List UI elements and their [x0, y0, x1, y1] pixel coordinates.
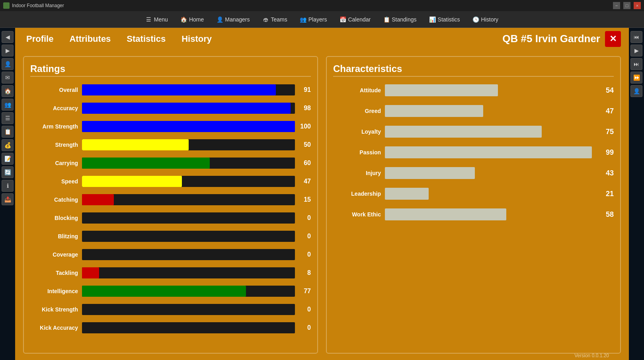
tab-header-left: Profile Attributes Statistics History [23, 32, 215, 46]
menu-icon-history: 🕓 [473, 16, 479, 23]
char-label: Leadership [333, 191, 385, 197]
tab-history[interactable]: History [178, 32, 215, 46]
close-button[interactable]: × [634, 2, 641, 9]
char-value: 58 [594, 210, 614, 219]
char-bar [385, 126, 542, 138]
stat-bar [82, 121, 295, 132]
menu-item-statistics[interactable]: 📊Statistics [424, 14, 466, 25]
stat-row: Overall91 [30, 82, 311, 97]
sidebar-btn-home[interactable]: 🏠 [2, 85, 14, 97]
menu-icon-home: 🏠 [181, 16, 187, 23]
menu-item-calendar[interactable]: 📅Calendar [334, 14, 376, 25]
menu-bar: ☰Menu🏠Home👤Managers🏟Teams👥Players📅Calend… [0, 11, 644, 28]
stat-bar-container [82, 231, 295, 242]
char-row: Passion99 [333, 144, 614, 160]
stat-value: 0 [295, 233, 311, 240]
sidebar-btn-back[interactable]: ◀ [2, 31, 14, 43]
sidebar-btn-profile[interactable]: 👤 [2, 58, 14, 70]
characteristics-title: Characteristics [333, 63, 614, 77]
stat-value: 47 [295, 178, 311, 185]
stat-value: 50 [295, 141, 311, 148]
panel-close-button[interactable]: ✕ [605, 31, 621, 47]
char-bar [385, 208, 506, 220]
stat-bar [82, 194, 114, 205]
stat-label: Strength [30, 142, 82, 148]
char-label: Injury [333, 170, 385, 176]
sidebar-btn-refresh[interactable]: 🔄 [2, 166, 14, 178]
sidebar-btn-report[interactable]: 📋 [2, 126, 14, 138]
tab-statistics[interactable]: Statistics [123, 32, 169, 46]
char-bar-container [385, 167, 594, 179]
menu-icon-teams: 🏟 [263, 16, 269, 23]
char-bar-container [385, 146, 594, 158]
menu-item-home[interactable]: 🏠Home [175, 14, 209, 25]
menu-label-teams: Teams [271, 16, 287, 23]
sidebar-btn-fast[interactable]: ⏩ [630, 72, 642, 84]
char-bar-container [385, 84, 594, 96]
sidebar-btn-mail[interactable]: ✉ [2, 72, 14, 84]
char-value: 47 [594, 107, 614, 115]
tab-attributes[interactable]: Attributes [66, 32, 114, 46]
title-bar-left: Indoor Football Manager [3, 2, 64, 9]
stat-bar-container [82, 176, 295, 187]
stat-label: Arm Strength [30, 123, 82, 130]
char-bar [385, 105, 483, 117]
char-bar [385, 167, 475, 179]
menu-item-standings[interactable]: 📋Standings [378, 14, 422, 25]
stat-label: Overall [30, 87, 82, 93]
player-title: QB #5 Irvin Gardner ✕ [502, 31, 621, 47]
stat-bar [82, 176, 182, 187]
char-row: Attitude54 [333, 82, 614, 98]
char-value: 21 [594, 190, 614, 198]
char-value: 75 [594, 128, 614, 136]
stat-value: 77 [295, 288, 311, 295]
char-rows: Attitude54Greed47Loyalty75Passion99Injur… [333, 82, 614, 222]
sidebar-btn-list[interactable]: ☰ [2, 112, 14, 124]
stat-row: Kick Accuracy0 [30, 320, 311, 335]
menu-icon-menu: ☰ [146, 16, 152, 23]
stat-bar [82, 158, 210, 169]
char-label: Passion [333, 149, 385, 156]
ratings-panel: Ratings Overall91Accuracy98Arm Strength1… [23, 56, 318, 354]
stat-row: Strength50 [30, 137, 311, 152]
maximize-button[interactable]: □ [623, 2, 630, 9]
stat-bar-container [82, 84, 295, 95]
stat-label: Intelligence [30, 288, 82, 294]
stat-bar [82, 286, 246, 297]
stat-value: 0 [295, 251, 311, 258]
char-value: 54 [594, 86, 614, 95]
stat-row: Speed47 [30, 174, 311, 189]
minimize-button[interactable]: − [613, 2, 620, 9]
menu-label-managers: Managers [225, 16, 250, 23]
title-bar-controls: − □ × [613, 2, 641, 9]
sidebar-btn-team[interactable]: 👥 [2, 99, 14, 111]
sidebar-btn-last[interactable]: ⏭ [630, 58, 642, 70]
menu-item-teams[interactable]: 🏟Teams [257, 14, 293, 25]
sidebar-btn-share[interactable]: 📤 [2, 193, 14, 205]
sidebar-btn-play[interactable]: ▶ [630, 45, 642, 56]
menu-item-history[interactable]: 🕓History [467, 14, 504, 25]
sidebar-btn-forward[interactable]: ▶ [2, 45, 14, 56]
sidebar-btn-first[interactable]: ⏮ [630, 31, 642, 43]
sidebar-btn-user[interactable]: 👤 [630, 85, 642, 97]
stat-label: Carrying [30, 160, 82, 166]
menu-item-menu[interactable]: ☰Menu [140, 14, 174, 25]
menu-label-statistics: Statistics [438, 16, 460, 23]
stat-label: Coverage [30, 251, 82, 258]
char-row: Injury43 [333, 165, 614, 181]
stat-bar-container [82, 322, 295, 333]
menu-label-players: Players [308, 16, 327, 23]
tab-profile[interactable]: Profile [23, 32, 57, 46]
stat-row: Kick Strength0 [30, 302, 311, 317]
stat-value: 91 [295, 86, 311, 93]
stat-bar-container [82, 121, 295, 132]
menu-item-players[interactable]: 👥Players [295, 14, 333, 25]
stat-label: Kick Strength [30, 306, 82, 313]
ratings-rows: Overall91Accuracy98Arm Strength100Streng… [30, 82, 311, 335]
sidebar-btn-info[interactable]: ℹ [2, 180, 14, 192]
sidebar-btn-notes[interactable]: 📝 [2, 153, 14, 165]
stat-bar [82, 84, 276, 95]
sidebar-btn-money[interactable]: 💰 [2, 139, 14, 151]
stat-bar-container [82, 103, 295, 114]
menu-item-managers[interactable]: 👤Managers [211, 14, 255, 25]
